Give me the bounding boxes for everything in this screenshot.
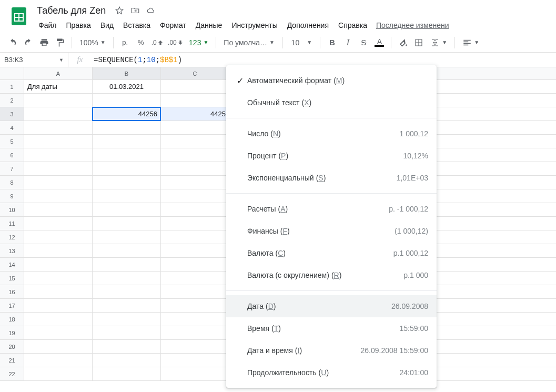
cell[interactable] [24, 313, 93, 326]
format-option[interactable]: Процент (P)10,12% [226, 145, 437, 167]
paint-format-button[interactable] [53, 35, 67, 50]
cell[interactable]: 44256 [93, 107, 161, 120]
format-option[interactable]: Время (T)15:59:00 [226, 317, 437, 339]
print-button[interactable] [37, 35, 52, 50]
move-folder-icon[interactable] [130, 5, 140, 16]
cell[interactable] [93, 258, 161, 271]
cell[interactable]: Для даты [24, 80, 93, 93]
format-option[interactable]: Валюта (с округлением) (R)р.1 000 [226, 264, 437, 286]
cell[interactable] [93, 367, 161, 380]
cell[interactable] [161, 230, 229, 244]
cell[interactable] [24, 107, 93, 120]
cell[interactable] [93, 313, 161, 326]
menu-вид[interactable]: Вид [96, 19, 118, 32]
menu-инструменты[interactable]: Инструменты [227, 19, 282, 32]
redo-button[interactable] [21, 35, 36, 50]
cell[interactable] [161, 244, 229, 257]
cell[interactable] [24, 148, 93, 162]
format-option[interactable]: ✓Автоматический формат (M) [226, 69, 437, 92]
cell[interactable] [24, 258, 93, 271]
cell[interactable] [161, 189, 229, 203]
cell[interactable] [93, 272, 161, 285]
menu-формат[interactable]: Формат [155, 19, 191, 32]
cell[interactable] [24, 230, 93, 244]
cell[interactable] [93, 285, 161, 298]
cell[interactable] [93, 203, 161, 216]
format-option[interactable]: Продолжительность (U)24:01:00 [226, 361, 437, 384]
font-dropdown[interactable]: По умолча…▼ [220, 35, 278, 50]
cell[interactable] [24, 203, 93, 216]
cell[interactable] [161, 80, 229, 93]
cell[interactable] [24, 354, 93, 367]
cell[interactable] [161, 272, 229, 285]
cell[interactable] [161, 176, 229, 189]
cell[interactable] [161, 367, 229, 380]
cell[interactable] [161, 203, 229, 216]
cell[interactable] [93, 326, 161, 339]
merge-cells-button[interactable]: ▼ [427, 35, 450, 50]
row-header[interactable]: 21 [0, 354, 24, 367]
cell[interactable] [24, 244, 93, 257]
bold-button[interactable]: B [325, 35, 339, 50]
cell[interactable] [24, 217, 93, 230]
cell[interactable] [93, 162, 161, 175]
cell[interactable]: 4425 [161, 107, 229, 120]
menu-правка[interactable]: Правка [61, 19, 95, 32]
menu-файл[interactable]: Файл [34, 19, 61, 32]
col-header[interactable]: B [93, 67, 161, 79]
cell[interactable] [93, 230, 161, 244]
row-header[interactable]: 3 [0, 107, 24, 120]
decrease-decimal-button[interactable]: .0 [149, 35, 165, 50]
formula-input[interactable]: =SEQUENCE(1;10;$B$1) [92, 56, 556, 64]
percent-button[interactable]: % [134, 35, 148, 50]
format-option[interactable]: Расчеты (A)р. -1 000,12 [226, 198, 437, 220]
row-header[interactable]: 18 [0, 313, 24, 326]
strikethrough-button[interactable]: S [356, 35, 371, 50]
cell[interactable] [161, 148, 229, 162]
row-header[interactable]: 9 [0, 189, 24, 203]
row-header[interactable]: 20 [0, 340, 24, 353]
cell[interactable] [161, 285, 229, 298]
format-option[interactable]: Обычный текст (X) [226, 92, 437, 114]
cloud-icon[interactable] [146, 5, 156, 16]
row-header[interactable]: 8 [0, 176, 24, 189]
cell[interactable] [24, 94, 93, 107]
cell[interactable] [93, 340, 161, 353]
cell[interactable] [24, 326, 93, 339]
row-header[interactable]: 7 [0, 162, 24, 175]
cell[interactable] [93, 121, 161, 134]
cell[interactable] [161, 313, 229, 326]
col-header[interactable]: C [161, 67, 229, 79]
cell[interactable] [24, 121, 93, 134]
format-option[interactable]: Дата и время (I)26.09.2008 15:59:00 [226, 339, 437, 361]
cell[interactable] [93, 189, 161, 203]
format-option[interactable]: Число (N)1 000,12 [226, 123, 437, 145]
undo-button[interactable] [5, 35, 20, 50]
cell[interactable] [24, 367, 93, 380]
cell[interactable] [161, 299, 229, 312]
cell[interactable] [161, 326, 229, 339]
cell[interactable] [24, 162, 93, 175]
text-color-button[interactable]: A [372, 35, 387, 50]
name-box[interactable]: B3:K3▼ [0, 53, 68, 67]
cell[interactable] [24, 272, 93, 285]
currency-button[interactable]: р. [118, 35, 133, 50]
cell[interactable] [24, 299, 93, 312]
menu-дополнения[interactable]: Дополнения [282, 19, 333, 32]
star-icon[interactable] [114, 5, 125, 16]
menu-справка[interactable]: Справка [333, 19, 372, 32]
zoom-dropdown[interactable]: 100%▼ [76, 35, 109, 50]
cell[interactable] [161, 354, 229, 367]
cell[interactable] [24, 135, 93, 148]
format-option[interactable]: Валюта (C)р.1 000,12 [226, 242, 437, 264]
format-option[interactable]: Финансы (F)(1 000,12) [226, 220, 437, 242]
menu-данные[interactable]: Данные [191, 19, 227, 32]
cell[interactable] [24, 340, 93, 353]
cell[interactable] [24, 189, 93, 203]
cell[interactable] [93, 176, 161, 189]
row-header[interactable]: 19 [0, 326, 24, 339]
cell[interactable] [93, 148, 161, 162]
cell[interactable] [93, 299, 161, 312]
last-edit-link[interactable]: Последнее изменени [376, 21, 449, 29]
select-all-corner[interactable] [0, 67, 24, 79]
